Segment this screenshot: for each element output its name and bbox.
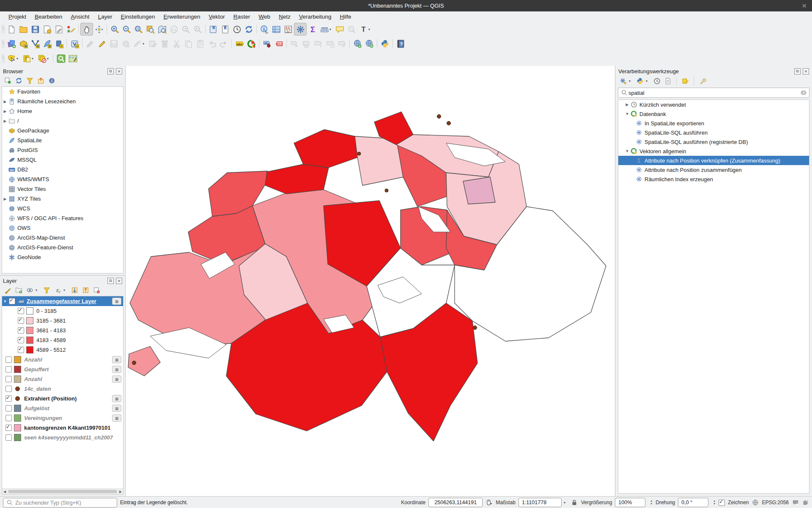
processing-close-icon[interactable]: ✕ — [803, 68, 809, 75]
show-hide-labels-button[interactable] — [300, 38, 312, 50]
collapse-all-layers-icon[interactable] — [81, 286, 90, 294]
temporal-controller-button[interactable] — [231, 23, 243, 35]
select-by-value-button[interactable] — [21, 52, 33, 64]
move-label-diagram-button[interactable] — [312, 38, 324, 50]
layer-row-gepuffert[interactable]: Gepuffert▦ — [2, 364, 123, 374]
refresh-browser-icon[interactable] — [14, 76, 23, 85]
pin-labels-button[interactable]: ab — [261, 38, 273, 50]
zoom-full-button[interactable] — [132, 23, 144, 35]
tree-item-create-spatial-index[interactable]: Räumlichen Index erzeugen — [618, 174, 809, 184]
scroll-right-arrow[interactable]: ▶ — [118, 490, 123, 494]
text-annotation-dropdown-arrow[interactable]: ▾ — [368, 28, 373, 31]
toggle-editing-button[interactable] — [84, 38, 96, 50]
refresh-map-button[interactable] — [243, 23, 255, 35]
browser-close-icon[interactable]: ✕ — [116, 68, 122, 75]
crs-globe-icon[interactable] — [752, 499, 759, 506]
new-spatialite-button[interactable] — [41, 38, 53, 50]
new-project-button[interactable] — [5, 23, 17, 35]
collapse-all-icon[interactable] — [36, 76, 45, 85]
rotate-label-button[interactable] — [324, 38, 336, 50]
map-tips-button[interactable] — [334, 23, 346, 35]
identify-features-button[interactable]: i — [258, 23, 270, 35]
render-checkbox[interactable] — [719, 500, 725, 506]
digitize-blob-button[interactable] — [120, 38, 132, 50]
deselect-all-button[interactable] — [36, 52, 48, 64]
memory-layer-indicator-icon[interactable]: ▦ — [112, 405, 121, 412]
menu-einstellungen[interactable]: Einstellungen — [116, 12, 159, 21]
processing-float-icon[interactable]: ⧉ — [794, 68, 801, 75]
browser-item-ows[interactable]: OWS — [2, 223, 123, 233]
highlight-pinned-labels-button[interactable]: abc — [273, 38, 285, 50]
pan-to-selection-button[interactable] — [93, 23, 105, 35]
open-layer-styling-icon[interactable] — [3, 286, 12, 294]
new-map-view-button[interactable] — [207, 23, 219, 35]
memory-layer-indicator-icon[interactable]: ▦ — [112, 356, 121, 363]
legend-class-row[interactable]: 3185 - 3681 — [2, 316, 123, 326]
delete-selected-button[interactable] — [159, 38, 170, 50]
multiedit-button[interactable] — [147, 38, 159, 50]
layer-row-zusammengefasster[interactable]: ▼ Zusammengefasster Layer ▦ — [2, 296, 123, 306]
add-group-icon[interactable] — [14, 286, 23, 294]
browser-item-postgis[interactable]: PostGIS — [2, 145, 123, 155]
remove-layer-icon[interactable] — [92, 286, 101, 294]
tree-item-spatialite-export[interactable]: In SpatiaLite exportieren — [618, 119, 809, 128]
browser-float-icon[interactable]: ⧉ — [107, 68, 114, 75]
browser-item-arcgis-feature[interactable]: ArcGIS-Feature-Dienst — [2, 243, 123, 252]
style-manager-button[interactable] — [65, 23, 77, 35]
data-source-manager-button[interactable] — [5, 38, 17, 50]
properties-info-icon[interactable]: i — [47, 76, 56, 85]
modify-attributes-button[interactable] — [132, 38, 143, 50]
browser-item-wms[interactable]: WMS/WMTS — [2, 174, 123, 184]
scrollbar-thumb[interactable] — [8, 490, 117, 493]
tree-group-datenbank[interactable]: ▼Datenbank — [618, 109, 809, 119]
zoom-last-button[interactable] — [180, 23, 192, 35]
new-print-layout-button[interactable] — [41, 23, 53, 35]
paste-features-button[interactable] — [194, 38, 206, 50]
tree-item-spatialite-sql[interactable]: SpatiaLite-SQL ausführen — [618, 128, 809, 137]
measure-dropdown-arrow[interactable]: ▾ — [329, 28, 334, 31]
layer-row-14c-daten[interactable]: 14c_daten — [2, 384, 123, 394]
show-bookmarks-button[interactable] — [219, 23, 231, 35]
layer-panel-hscrollbar[interactable]: ◀ ▶ — [2, 489, 123, 494]
browser-item-vectortiles[interactable]: Vector Tiles — [2, 184, 123, 194]
layer-diagram-button[interactable] — [245, 38, 257, 50]
coordinate-input[interactable]: 2506263,1144191 — [428, 498, 483, 507]
select-by-value-dropdown-arrow[interactable]: ▾ — [32, 57, 36, 61]
metasearch-button[interactable] — [351, 38, 363, 50]
browser-item-favoriten[interactable]: Favoriten — [2, 87, 123, 97]
browser-item-wfs[interactable]: VWFS / OGC API - Features — [2, 213, 123, 223]
new-geopackage-button[interactable] — [17, 38, 29, 50]
menu-layer[interactable]: Layer — [94, 12, 117, 21]
browser-item-geonode[interactable]: GeoNode — [2, 252, 123, 262]
toolbar-handle[interactable] — [2, 39, 5, 48]
browser-item-xyztiles[interactable]: ▶XYZ Tiles — [2, 194, 123, 204]
toolbar-handle[interactable] — [2, 54, 5, 63]
new-virtual-layer-button[interactable] — [53, 38, 65, 50]
locator-search[interactable]: Zu suchender Typ (Strg+K) — [3, 498, 117, 508]
deselect-all-dropdown-arrow[interactable]: ▾ — [47, 57, 51, 61]
layer-float-icon[interactable]: ⧉ — [107, 278, 114, 284]
layer-row-anzahl[interactable]: Anzahl▦ — [2, 355, 123, 364]
visibility-dropdown-arrow[interactable]: ▾ — [36, 288, 40, 292]
change-label-button[interactable] — [336, 38, 348, 50]
cut-features-button[interactable] — [170, 38, 182, 50]
crs-value[interactable]: EPSG:2056 — [762, 500, 789, 505]
python-scripts-icon[interactable] — [636, 77, 644, 85]
legend-class-row[interactable]: 0 - 3185 — [2, 306, 123, 316]
scroll-left-arrow[interactable]: ◀ — [2, 490, 7, 494]
show-statistics-button[interactable]: Σ — [307, 23, 318, 35]
undo-button[interactable] — [206, 38, 218, 50]
results-viewer-icon[interactable] — [664, 77, 672, 85]
menu-erweiterungen[interactable]: Erweiterungen — [159, 12, 205, 21]
browser-item-wcs[interactable]: WCS — [2, 204, 123, 213]
select-features-button[interactable] — [5, 52, 17, 64]
layer-row-seen[interactable]: seen k4seenyyyymmdd11_ch2007 — [2, 433, 123, 442]
measure-line-button[interactable] — [318, 23, 330, 35]
memory-layer-indicator-icon[interactable]: ▦ — [112, 395, 121, 402]
browser-item-db2[interactable]: DB2DB2 — [2, 165, 123, 174]
filter-browser-icon[interactable] — [25, 76, 34, 85]
toolbar-handle[interactable] — [2, 25, 5, 33]
layer-row-extrahiert[interactable]: Extrahiert (Position)▦ — [2, 394, 123, 403]
expand-all-icon[interactable] — [70, 286, 79, 294]
processing-search-input[interactable] — [628, 89, 800, 97]
